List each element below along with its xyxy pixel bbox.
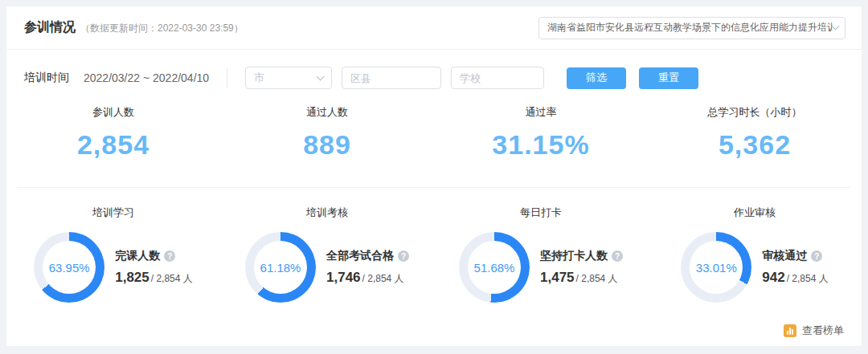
donut-title: 培训学习 — [92, 205, 134, 220]
stat-value: 2,854 — [6, 129, 220, 161]
stat-label: 通过率 — [434, 105, 648, 120]
help-icon[interactable]: ? — [164, 250, 175, 262]
filter-bar: 培训时间 2022/03/22 ~ 2022/04/10 市 筛选 重置 — [6, 67, 862, 89]
city-select-placeholder: 市 — [254, 71, 264, 85]
donut-group: 33.01% 审核通过 ? 942/ 2,854 人 — [681, 232, 828, 303]
page-title: 参训情况 — [24, 19, 76, 36]
donut-percent: 33.01% — [690, 241, 743, 294]
training-time-range: 2022/03/22 ~ 2022/04/10 — [84, 71, 209, 84]
stat-label: 参训人数 — [6, 105, 220, 120]
stat-total-hours: 总学习时长（小时） 5,362 — [648, 105, 862, 161]
vertical-divider — [227, 68, 227, 87]
bar-chart-icon — [784, 324, 796, 337]
filter-button[interactable]: 筛选 — [567, 67, 626, 89]
donut-group: 51.68% 坚持打卡人数 ? 1,475/ 2,854 人 — [459, 232, 623, 303]
donut-chart: 33.01% — [681, 232, 751, 303]
summary-stats: 参训人数 2,854 通过人数 889 通过率 31.15% 总学习时长（小时）… — [6, 105, 862, 161]
donut-card-daily-checkin: 每日打卡 51.68% 坚持打卡人数 ? 1,475/ 2,854 人 — [434, 205, 648, 303]
metric-label: 审核通过 — [762, 249, 807, 263]
metric-value: 1,746/ 2,854 人 — [326, 270, 409, 286]
view-ranking-link[interactable]: 查看榜单 — [784, 323, 844, 338]
progress-section: 培训学习 63.95% 完课人数 ? 1,825/ 2,854 人 培训考核 — [6, 205, 862, 303]
metric-value: 1,825/ 2,854 人 — [115, 270, 193, 286]
metric-label: 完课人数 — [115, 249, 160, 263]
stat-value: 889 — [220, 129, 434, 161]
reset-button[interactable]: 重置 — [639, 67, 698, 89]
metric-label: 坚持打卡人数 — [540, 249, 608, 263]
donut-percent: 61.18% — [254, 241, 307, 294]
header-title-group: 参训情况 （数据更新时间：2022-03-30 23:59） — [24, 19, 244, 36]
stat-value: 5,362 — [648, 129, 862, 161]
donut-card-training-exam: 培训考核 61.18% 全部考试合格 ? 1,746/ 2,854 人 — [220, 205, 434, 303]
view-ranking-label: 查看榜单 — [802, 323, 844, 338]
donut-group: 61.18% 全部考试合格 ? 1,746/ 2,854 人 — [245, 232, 409, 303]
school-input[interactable] — [451, 67, 544, 89]
donut-chart: 51.68% — [459, 232, 530, 303]
chevron-down-icon — [317, 72, 325, 80]
stat-passed: 通过人数 889 — [220, 105, 434, 161]
donut-title: 每日打卡 — [520, 205, 562, 220]
city-select[interactable]: 市 — [245, 67, 332, 89]
metric-value: 942/ 2,854 人 — [762, 270, 828, 286]
help-icon[interactable]: ? — [811, 250, 822, 262]
donut-info: 坚持打卡人数 ? 1,475/ 2,854 人 — [540, 249, 623, 286]
help-icon[interactable]: ? — [612, 250, 623, 262]
stat-value: 31.15% — [434, 129, 648, 161]
data-update-time: （数据更新时间：2022-03-30 23:59） — [80, 22, 244, 35]
donut-card-homework-review: 作业审核 33.01% 审核通过 ? 942/ 2,854 人 — [648, 205, 862, 303]
donut-title: 培训考核 — [306, 205, 348, 220]
chevron-down-icon — [832, 22, 840, 31]
donut-percent: 51.68% — [468, 241, 521, 294]
donut-info: 全部考试合格 ? 1,746/ 2,854 人 — [326, 249, 409, 286]
donut-chart: 63.95% — [34, 232, 104, 303]
donut-group: 63.95% 完课人数 ? 1,825/ 2,854 人 — [34, 232, 193, 303]
stat-label: 通过人数 — [220, 105, 434, 120]
donut-info: 完课人数 ? 1,825/ 2,854 人 — [115, 249, 193, 286]
metric-label: 全部考试合格 — [326, 249, 394, 263]
stat-pass-rate: 通过率 31.15% — [434, 105, 648, 161]
training-time-label: 培训时间 — [24, 71, 69, 85]
metric-value: 1,475/ 2,854 人 — [540, 270, 623, 286]
donut-chart: 61.18% — [245, 232, 316, 303]
stat-participants: 参训人数 2,854 — [6, 105, 220, 161]
card-header: 参训情况 （数据更新时间：2022-03-30 23:59） 湖南省益阳市安化县… — [6, 6, 862, 50]
help-icon[interactable]: ? — [398, 250, 409, 262]
donut-info: 审核通过 ? 942/ 2,854 人 — [762, 249, 828, 286]
donut-percent: 63.95% — [43, 241, 96, 294]
donut-card-training-study: 培训学习 63.95% 完课人数 ? 1,825/ 2,854 人 — [6, 205, 220, 303]
section-divider — [18, 187, 850, 188]
stat-label: 总学习时长（小时） — [648, 105, 862, 120]
donut-title: 作业审核 — [734, 205, 776, 220]
participation-card: 参训情况 （数据更新时间：2022-03-30 23:59） 湖南省益阳市安化县… — [6, 6, 862, 346]
district-input[interactable] — [342, 67, 441, 89]
training-program-select[interactable]: 湖南省益阳市安化县远程互动教学场景下的信息化应用能力提升培训 — [538, 17, 845, 39]
training-program-select-value: 湖南省益阳市安化县远程互动教学场景下的信息化应用能力提升培训 — [547, 21, 833, 35]
